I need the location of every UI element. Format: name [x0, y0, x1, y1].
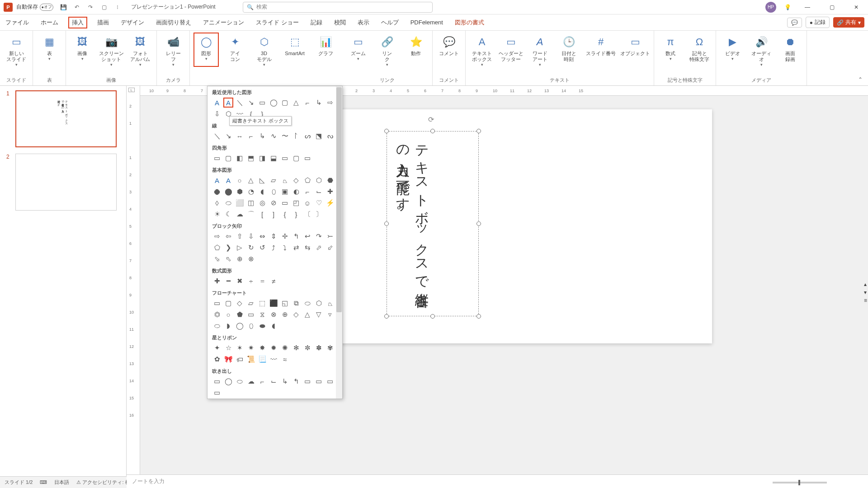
shape-ar-b6[interactable]: ⇆: [302, 243, 312, 253]
shape-rect5[interactable]: ◨: [257, 153, 267, 163]
shape-ar-b10[interactable]: ⬁: [223, 254, 233, 264]
shape-div[interactable]: ÷: [246, 276, 256, 286]
comment-button[interactable]: 💬コメント: [436, 33, 462, 56]
photo-album-button[interactable]: 🖼フォトアルバム▾: [127, 33, 153, 67]
slide-thumb-1[interactable]: テキストボックスで縦書きの入力も可能です。: [15, 90, 117, 147]
shape-rect9[interactable]: ▭: [302, 153, 312, 163]
shape-tb-h[interactable]: A: [212, 175, 222, 185]
shape-tear[interactable]: ⬯: [269, 187, 278, 197]
shape-star32[interactable]: ✽: [314, 343, 324, 353]
shape-ar-d[interactable]: ⇩: [246, 231, 256, 241]
shape-fc-stor[interactable]: ⬭: [212, 321, 222, 331]
shape-callout-cloud[interactable]: ☁: [246, 376, 256, 386]
shape-brace-l[interactable]: {: [280, 209, 290, 219]
shape-ar-b3[interactable]: ⤴: [269, 243, 278, 253]
shape-fc-delay[interactable]: ◗: [223, 321, 233, 331]
shape-curve2[interactable]: 〜: [280, 131, 290, 141]
shape-noentry[interactable]: ⊘: [269, 198, 278, 208]
shape-minus[interactable]: ━: [223, 276, 233, 286]
shape-scribble[interactable]: ᔕ: [302, 131, 312, 141]
shape-wave[interactable]: 〰: [269, 354, 278, 364]
shape-bracket-r[interactable]: ]: [269, 209, 278, 219]
shape-fc-multi[interactable]: ⧉: [291, 298, 301, 308]
shape-curve[interactable]: ∿: [269, 131, 278, 141]
shape-ar-b9[interactable]: ⬂: [212, 254, 222, 264]
shape-ar-curve[interactable]: ↷: [314, 231, 324, 241]
shape-ar-uturn[interactable]: ↩: [302, 231, 312, 241]
resize-handle[interactable]: [476, 221, 481, 226]
shape-mult[interactable]: ✖: [235, 276, 245, 286]
shape-rect6[interactable]: ⬓: [269, 153, 278, 163]
shape-ar-b7[interactable]: ⬀: [314, 243, 324, 253]
shape-dbracket[interactable]: 〔: [302, 209, 312, 219]
shape-fc-sum[interactable]: ⊗: [269, 310, 278, 319]
shape-arc[interactable]: ⌒: [246, 209, 256, 219]
shape-dbrace[interactable]: 〕: [314, 209, 324, 219]
shape-fc-doc[interactable]: ◱: [280, 298, 290, 308]
record-button[interactable]: ● 記録: [806, 17, 830, 28]
tab-record[interactable]: 記録: [309, 17, 324, 28]
shape-bracket-l[interactable]: [: [257, 209, 267, 219]
shape-ar-call[interactable]: ▷: [235, 243, 245, 253]
tab-pdfelement[interactable]: PDFelement: [409, 17, 445, 28]
audio-button[interactable]: 🔊オーディオ▾: [749, 33, 774, 67]
shape-hept[interactable]: ⬣: [325, 175, 335, 185]
shape-rect8[interactable]: ▢: [291, 153, 301, 163]
header-footer-button[interactable]: ▭ヘッダーとフッター: [498, 33, 524, 67]
tab-home[interactable]: ホーム: [39, 17, 60, 28]
shape-rect2[interactable]: ▢: [223, 153, 233, 163]
shape-fc-data[interactable]: ▱: [246, 298, 256, 308]
shape-fc-proc[interactable]: ▭: [212, 298, 222, 308]
wordart-button[interactable]: Aワードアート▾: [527, 33, 552, 67]
resize-handle[interactable]: [476, 129, 481, 133]
screen-recording-button[interactable]: ⏺画面録画: [778, 33, 803, 67]
camera-button[interactable]: 📹レリーフ▾: [160, 33, 186, 67]
shape-trap[interactable]: ⏢: [280, 175, 290, 185]
action-button[interactable]: ⭐動作: [403, 33, 429, 67]
shape-star8[interactable]: ✸: [257, 343, 267, 353]
shape-ar-lr[interactable]: ⇔: [257, 231, 267, 241]
shape-ribbon1[interactable]: 🎀: [223, 354, 233, 364]
shape-fc-seq[interactable]: ◯: [235, 321, 245, 331]
shape-fc-prep[interactable]: ⬡: [314, 298, 324, 308]
shape-callout-b2[interactable]: ▭: [314, 376, 324, 386]
shape-callout-oval[interactable]: ⬭: [235, 376, 245, 386]
object-button[interactable]: ▭オブジェクト: [620, 33, 650, 67]
shape-star10[interactable]: ✹: [269, 343, 278, 353]
shape-star7[interactable]: ✷: [246, 343, 256, 353]
tab-shape-format[interactable]: 図形の書式: [453, 17, 486, 28]
table-button[interactable]: ▦表▾: [37, 33, 62, 61]
shape-fc-off[interactable]: ⬟: [235, 310, 245, 319]
shape-ar-c2[interactable]: ⊗: [246, 254, 256, 264]
undo-icon[interactable]: ↶: [72, 3, 81, 12]
slide-thumb-2[interactable]: [15, 154, 117, 211]
tab-review[interactable]: 校閲: [332, 17, 348, 28]
shape-callout-b1[interactable]: ▭: [302, 376, 312, 386]
shape-burst2[interactable]: ✿: [212, 354, 222, 364]
qat-more-icon[interactable]: ⁝: [113, 3, 122, 12]
shape-ribbon2[interactable]: 🏷: [235, 354, 245, 364]
shape-dwave[interactable]: ≈: [280, 354, 290, 364]
shape-ar-b8[interactable]: ⬃: [325, 243, 335, 253]
shape-fc-ext[interactable]: ▽: [314, 310, 324, 319]
shape-ar-b4[interactable]: ⤵: [280, 243, 290, 253]
shape-star16[interactable]: ✻: [291, 343, 301, 353]
shape-heart[interactable]: ♡: [314, 198, 324, 208]
search-input[interactable]: 🔍 検索: [243, 2, 433, 13]
shape-fold[interactable]: ◰: [291, 198, 301, 208]
shape-line-arrow[interactable]: ↘: [223, 131, 233, 141]
symbol-button[interactable]: Ω記号と特殊文字: [687, 33, 712, 62]
zoom-button[interactable]: ▭ズーム▾: [345, 33, 371, 67]
shape-plaque[interactable]: ◊: [212, 198, 222, 208]
autosave-toggle[interactable]: 自動保存 ● オフ: [16, 3, 53, 11]
shape-chord[interactable]: ◖: [257, 187, 267, 197]
shape-elbow[interactable]: ⌐: [246, 131, 256, 141]
scroll-page-icon[interactable]: ≡: [864, 297, 867, 304]
dropdown-scrollbar[interactable]: [336, 86, 342, 399]
shape-scroll-h[interactable]: 📜: [246, 354, 256, 364]
shape-pie[interactable]: ◔: [246, 187, 256, 197]
images-button[interactable]: 🖼画像▾: [70, 33, 95, 67]
shape-elbow-arrow[interactable]: ↳: [257, 131, 267, 141]
equation-button[interactable]: π数式▾: [658, 33, 683, 62]
shape-fc-dec[interactable]: ◇: [235, 298, 245, 308]
